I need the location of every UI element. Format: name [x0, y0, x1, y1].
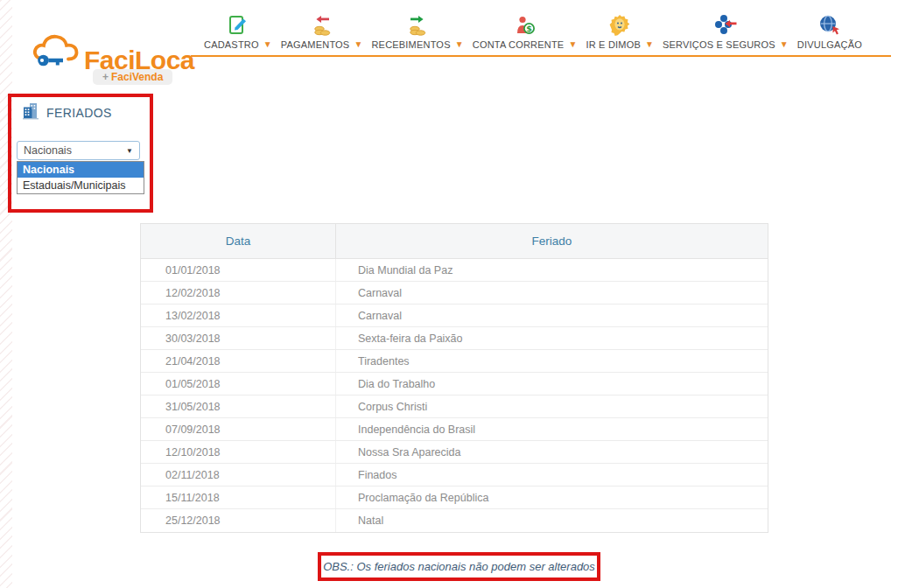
nav-label: PAGAMENTOS [281, 39, 350, 50]
cell-feriado: Carnaval [336, 304, 768, 326]
nav-label: SERVIÇOS E SEGUROS [663, 39, 775, 50]
document-edit-icon [228, 13, 249, 37]
table-row: 01/01/2018 Dia Mundial da Paz [141, 259, 768, 282]
select-dropdown-icon: ▼ [126, 147, 133, 155]
cell-feriado: Carnaval [336, 282, 768, 304]
main-nav: CADASTRO▼ PAGAMENTOS▼ [204, 13, 862, 50]
chevron-down-icon: ▼ [780, 40, 789, 49]
cell-feriado: Finados [336, 464, 768, 486]
column-header-feriado: Feriado [336, 224, 768, 258]
nav-item-recebimentos[interactable]: RECEBIMENTOS▼ [371, 13, 463, 50]
coins-arrow-left-icon [311, 13, 333, 37]
cell-feriado: Dia Mundial da Paz [336, 259, 768, 281]
svg-text:$: $ [526, 24, 532, 33]
nav-underline [191, 55, 891, 57]
page: FaciLoca +FaciVenda CADASTRO▼ [0, 0, 898, 588]
cell-feriado: Corpus Christi [336, 396, 768, 417]
page-title-text: FERIADOS [46, 106, 112, 120]
nav-item-ir-e-dimob[interactable]: IR E DIMOB▼ [586, 13, 653, 50]
cell-date: 25/12/2018 [141, 509, 336, 532]
cell-date: 12/10/2018 [141, 441, 336, 463]
cell-feriado: Tiradentes [336, 350, 768, 372]
nav-label: CADASTRO [204, 39, 259, 50]
table-row: 21/04/2018 Tiradentes [141, 350, 768, 373]
select-value: Nacionais [24, 144, 72, 157]
chevron-down-icon: ▼ [263, 40, 272, 49]
nav-item-cadastro[interactable]: CADASTRO▼ [204, 13, 272, 50]
globe-cursor-icon [818, 13, 841, 37]
cell-date: 15/11/2018 [141, 486, 336, 508]
facivenda-badge: +FaciVenda [93, 69, 172, 85]
facivenda-name: FaciVenda [111, 71, 163, 83]
nav-label: IR E DIMOB [586, 39, 641, 50]
table-row: 31/05/2018 Corpus Christi [141, 396, 768, 418]
cell-date: 07/09/2018 [141, 418, 336, 440]
table-row: 30/03/2018 Sexta-feira da Paixão [141, 327, 768, 350]
nav-label: DIVULGAÇÃO [797, 39, 862, 50]
logo[interactable]: FaciLoca [32, 32, 194, 74]
cell-feriado: Independência do Brasil [336, 418, 768, 440]
cell-feriado: Proclamação da República [336, 486, 768, 508]
table-row: 01/05/2018 Dia do Trabalho [141, 373, 768, 396]
cell-date: 13/02/2018 [141, 304, 336, 326]
column-header-data: Data [141, 224, 336, 258]
cell-date: 01/05/2018 [141, 373, 336, 395]
cell-feriado: Dia do Trabalho [336, 373, 768, 395]
table-row: 12/02/2018 Carnaval [141, 282, 768, 304]
coins-arrow-right-icon [406, 13, 429, 37]
facivenda-plus: + [102, 71, 109, 83]
table-row: 07/09/2018 Independência do Brasil [141, 418, 768, 441]
cell-date: 21/04/2018 [141, 350, 336, 372]
select-option-list: Nacionais Estaduais/Municipais [17, 161, 144, 194]
option-estaduais-municipais[interactable]: Estaduais/Municipais [18, 178, 144, 193]
cell-date: 31/05/2018 [141, 396, 336, 417]
pinwheel-arrow-icon [714, 13, 737, 37]
building-icon [22, 102, 39, 123]
table-row: 12/10/2018 Nossa Sra Aparecida [141, 441, 768, 464]
page-title: FERIADOS [22, 102, 112, 123]
nav-item-divulgacao[interactable]: DIVULGAÇÃO [797, 13, 862, 50]
table-body: 01/01/2018 Dia Mundial da Paz 12/02/2018… [141, 259, 768, 532]
cell-feriado: Nossa Sra Aparecida [336, 441, 768, 463]
cloud-key-logo-icon [32, 32, 82, 74]
holidays-table: Data Feriado 01/01/2018 Dia Mundial da P… [140, 223, 768, 533]
lion-badge-icon [609, 13, 630, 37]
person-money-icon: $ [514, 13, 536, 37]
option-nacionais[interactable]: Nacionais [18, 162, 144, 178]
nav-item-pagamentos[interactable]: PAGAMENTOS▼ [281, 13, 363, 50]
nav-item-servicos-e-seguros[interactable]: SERVIÇOS E SEGUROS▼ [663, 13, 789, 50]
red-annotation-box-obs: OBS.: Os feriados nacionais não podem se… [318, 552, 600, 581]
nav-label: RECEBIMENTOS [371, 39, 450, 50]
chevron-down-icon: ▼ [645, 40, 654, 49]
table-header: Data Feriado [141, 224, 768, 259]
table-row: 15/11/2018 Proclamação da República [141, 486, 768, 509]
table-row: 25/12/2018 Natal [141, 509, 768, 532]
cell-date: 12/02/2018 [141, 282, 336, 304]
nav-item-conta-corrente[interactable]: $ CONTA CORRENTE▼ [473, 13, 578, 50]
nav-label: CONTA CORRENTE [473, 39, 565, 50]
cell-feriado: Sexta-feira da Paixão [336, 327, 768, 349]
cell-date: 02/11/2018 [141, 464, 336, 486]
cell-feriado: Natal [336, 509, 768, 532]
table-row: 02/11/2018 Finados [141, 464, 768, 486]
cell-date: 01/01/2018 [141, 259, 336, 281]
cell-date: 30/03/2018 [141, 327, 336, 349]
obs-note: OBS.: Os feriados nacionais não podem se… [323, 560, 595, 573]
chevron-down-icon: ▼ [354, 40, 362, 49]
chevron-down-icon: ▼ [455, 40, 464, 49]
chevron-down-icon: ▼ [568, 40, 577, 49]
table-row: 13/02/2018 Carnaval [141, 304, 768, 327]
feriado-type-select[interactable]: Nacionais ▼ [17, 141, 140, 160]
